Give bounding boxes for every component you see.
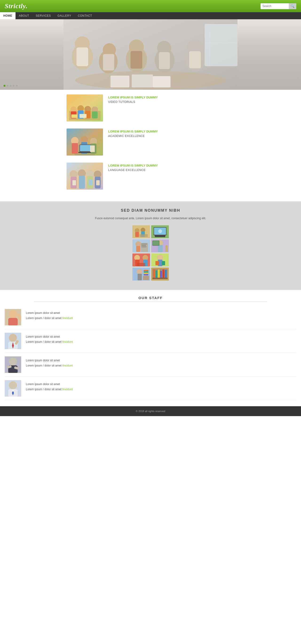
svg-point-121 bbox=[9, 358, 17, 366]
gallery-grid bbox=[132, 225, 169, 280]
gallery-thumb-8[interactable] bbox=[151, 268, 169, 280]
svg-rect-104 bbox=[153, 270, 155, 278]
svg-rect-10 bbox=[131, 51, 142, 68]
staff-info-2: Lorem ipsum dolor sit amet Lorem ipsum /… bbox=[26, 333, 296, 345]
svg-rect-75 bbox=[141, 245, 146, 246]
staff-text1-4: Lorem ipsum dolor sit amet bbox=[26, 382, 296, 386]
staff-section-title: OUR STAFF bbox=[5, 296, 296, 300]
svg-rect-43 bbox=[78, 152, 92, 153]
svg-rect-32 bbox=[92, 111, 98, 118]
staff-info-4: Lorem ipsum dolor sit amet Lorem ipsum /… bbox=[26, 380, 296, 392]
staff-photo-1 bbox=[5, 309, 21, 326]
staff-item-3: Lorem ipsum dolor sit amet Lorem ipsum /… bbox=[5, 353, 296, 377]
search-box[interactable]: 🔍 bbox=[260, 3, 296, 9]
gallery-thumb-2[interactable] bbox=[151, 225, 169, 238]
footer-text: © 2018 all rights reserved bbox=[136, 410, 165, 412]
carousel-dot-3[interactable] bbox=[10, 85, 12, 87]
svg-rect-106 bbox=[158, 270, 160, 278]
svg-rect-92 bbox=[155, 261, 159, 265]
svg-rect-108 bbox=[162, 270, 164, 278]
svg-rect-82 bbox=[165, 245, 168, 252]
section-title-3: LOREM IPSUM IS SIMPLY DUMMY bbox=[108, 164, 235, 167]
staff-text2-3: Lorem ipsum / dolor sit amet tincidunt bbox=[26, 364, 296, 368]
staff-link-1[interactable]: tincidunt bbox=[62, 316, 73, 320]
navigation: HOME ABOUT SERVICES GALLERY CONTACT bbox=[0, 12, 301, 19]
gallery-thumb-7[interactable] bbox=[132, 268, 150, 280]
svg-rect-105 bbox=[155, 270, 157, 278]
staff-photo-3 bbox=[5, 356, 21, 373]
svg-rect-81 bbox=[153, 241, 159, 245]
carousel-dot-5[interactable] bbox=[16, 85, 18, 87]
svg-rect-17 bbox=[111, 76, 129, 88]
nav-item-home[interactable]: HOME bbox=[0, 12, 16, 19]
svg-rect-56 bbox=[72, 180, 76, 186]
section-text-col-1: LOREM IPSUM IS SIMPLY DUMMY VIDEO TUTORI… bbox=[108, 94, 235, 122]
svg-rect-22 bbox=[205, 43, 237, 43]
svg-rect-76 bbox=[141, 246, 147, 247]
staff-photo-2 bbox=[5, 333, 21, 349]
nav-item-about[interactable]: ABOUT bbox=[16, 12, 33, 19]
svg-rect-51 bbox=[79, 176, 85, 189]
hero-image bbox=[0, 19, 301, 90]
section-text-col-3: LOREM IPSUM IS SIMPLY DUMMY LANGUAGE EXC… bbox=[108, 162, 235, 190]
gallery-thumb-5[interactable] bbox=[132, 254, 150, 266]
section-subtitle-1: VIDEO TUTORIALS bbox=[108, 100, 235, 104]
svg-point-116 bbox=[9, 334, 17, 342]
staff-photo-4 bbox=[5, 380, 21, 396]
svg-rect-113 bbox=[8, 318, 18, 326]
search-input[interactable] bbox=[260, 3, 289, 9]
section-text-col-2: LOREM IPSUM IS SIMPLY DUMMY ACADEMIC EXC… bbox=[108, 128, 235, 156]
svg-rect-42 bbox=[80, 145, 91, 151]
section-image-col-1 bbox=[66, 94, 104, 122]
carousel-dots[interactable] bbox=[1, 83, 20, 88]
header: Strictly. 🔍 bbox=[0, 0, 301, 12]
section-image-1 bbox=[67, 94, 103, 122]
gallery-thumb-1[interactable] bbox=[132, 225, 150, 238]
svg-rect-100 bbox=[144, 274, 148, 275]
svg-rect-110 bbox=[152, 278, 168, 279]
section-title-1: LOREM IPSUM IS SIMPLY DUMMY bbox=[108, 96, 235, 99]
svg-rect-34 bbox=[80, 114, 87, 118]
gallery-thumb-6[interactable] bbox=[151, 254, 169, 266]
svg-rect-18 bbox=[132, 74, 153, 88]
staff-text1-1: Lorem ipsum dolor sit amet bbox=[26, 311, 296, 315]
search-button[interactable]: 🔍 bbox=[289, 3, 296, 9]
carousel-dot-4[interactable] bbox=[13, 85, 15, 87]
section-subtitle-2: ACADEMIC EXCELLENCE bbox=[108, 134, 235, 138]
section-image-2 bbox=[67, 128, 103, 156]
gallery-thumb-4[interactable] bbox=[151, 240, 169, 252]
section-title-2: LOREM IPSUM IS SIMPLY DUMMY bbox=[108, 130, 235, 133]
svg-rect-97 bbox=[144, 270, 148, 271]
staff-text2-1: Lorem ipsum / dolor sit amet tincidunt bbox=[26, 316, 296, 320]
svg-rect-99 bbox=[144, 273, 148, 274]
gallery-section: SED DIAM NONUMMY NIBH Fusce euismod cons… bbox=[0, 201, 301, 290]
carousel-dot-1[interactable] bbox=[4, 85, 6, 87]
carousel-dot-2[interactable] bbox=[7, 85, 9, 87]
svg-point-68 bbox=[158, 229, 162, 233]
nav-item-services[interactable]: SERVICES bbox=[33, 12, 54, 19]
staff-link-4[interactable]: tincidunt bbox=[62, 388, 73, 391]
staff-link-2[interactable]: tincidunt bbox=[62, 340, 73, 344]
staff-link-3[interactable]: tincidunt bbox=[62, 364, 73, 367]
logo: Strictly. bbox=[5, 2, 28, 10]
nav-item-gallery[interactable]: GALLERY bbox=[54, 12, 75, 19]
staff-item-2: Lorem ipsum dolor sit amet Lorem ipsum /… bbox=[5, 329, 296, 353]
staff-text2-4: Lorem ipsum / dolor sit amet tincidunt bbox=[26, 387, 296, 392]
staff-section: OUR STAFF Lorem ipsum dolor sit amet Lor… bbox=[0, 290, 301, 406]
staff-item-4: Lorem ipsum dolor sit amet Lorem ipsum /… bbox=[5, 377, 296, 400]
svg-rect-72 bbox=[136, 246, 140, 252]
staff-text1-3: Lorem ipsum dolor sit amet bbox=[26, 358, 296, 362]
gallery-thumb-3[interactable] bbox=[132, 240, 150, 252]
section-academic-excellence: LOREM IPSUM IS SIMPLY DUMMY ACADEMIC EXC… bbox=[66, 128, 235, 156]
nav-item-contact[interactable]: CONTACT bbox=[75, 12, 96, 19]
svg-rect-38 bbox=[72, 143, 78, 154]
section-subtitle-3: LANGUAGE EXCELLENCE bbox=[108, 168, 235, 172]
svg-rect-21 bbox=[209, 24, 210, 66]
svg-rect-107 bbox=[160, 271, 162, 278]
svg-rect-98 bbox=[144, 271, 148, 272]
svg-rect-69 bbox=[155, 235, 165, 237]
hero-banner bbox=[0, 19, 301, 90]
main-content: LOREM IPSUM IS SIMPLY DUMMY VIDEO TUTORI… bbox=[64, 90, 237, 201]
staff-divider bbox=[34, 302, 267, 302]
svg-rect-109 bbox=[165, 270, 167, 278]
